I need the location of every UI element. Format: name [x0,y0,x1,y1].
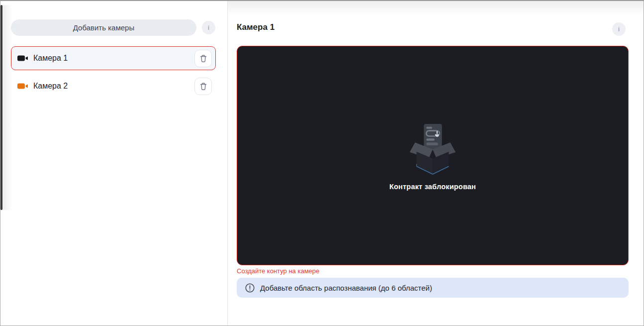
sidebar-info-button[interactable]: i [202,21,215,34]
placeholder-caption: Контракт заблокирован [389,183,476,191]
banner-text: Добавьте область распознавания (до 6 обл… [260,284,432,292]
camera-detail-panel: Камера 1 i [228,1,644,326]
box-illustration [407,121,459,175]
trash-icon [199,54,207,63]
camera-info-button[interactable]: i [612,22,626,36]
delete-camera-button[interactable] [194,50,212,67]
recognition-area-banner: Добавьте область распознавания (до 6 обл… [237,278,629,298]
info-icon: i [208,24,209,31]
sidebar-scrollbar[interactable] [0,5,2,210]
camera-preview-area[interactable]: Контракт заблокирован [237,46,629,265]
camera-settings-window: Добавить камеры i Камера 1 [0,0,644,326]
camera-icon [17,54,28,62]
camera-list-item-2[interactable]: Камера 2 [11,74,216,98]
camera-list: Камера 1 Камера 2 [11,46,216,102]
add-camera-row: Добавить камеры i [11,19,216,36]
camera-label: Камера 2 [33,82,194,91]
camera-label: Камера 1 [33,54,194,63]
camera-sidebar: Добавить камеры i Камера 1 [0,1,227,326]
page-title: Камера 1 [237,22,275,32]
trash-icon [199,82,207,91]
info-icon: i [618,25,620,33]
camera-icon [17,82,28,90]
validation-error-text: Создайте контур на камере [237,267,319,275]
alert-circle-icon [245,283,255,293]
camera-list-item-1[interactable]: Камера 1 [11,46,216,70]
add-camera-button[interactable]: Добавить камеры [11,19,196,36]
delete-camera-button[interactable] [194,78,212,95]
